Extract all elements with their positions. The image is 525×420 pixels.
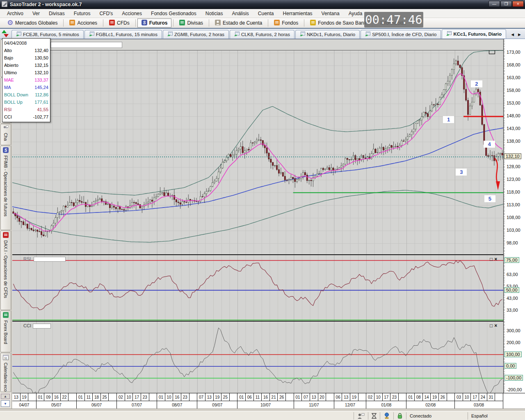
axis-corner bbox=[503, 393, 525, 409]
price-axis[interactable]: 173,00168,00163,00158,00153,00148,00143,… bbox=[503, 39, 525, 393]
sidebar-tab-daxi[interactable]: DAX.I - Operaciones de CFDs bbox=[0, 231, 11, 310]
day-cell-empty bbox=[28, 393, 36, 401]
sidebar-tab-forex[interactable]: Forex Board bbox=[0, 310, 11, 352]
day-cell: 10 bbox=[165, 393, 173, 401]
tab-clk8[interactable]: CLK8, Futuros, 2 horas bbox=[230, 30, 294, 39]
tab-scroll-left-icon[interactable]: ◄ bbox=[510, 32, 515, 37]
tooltip-row-label: RSI bbox=[4, 107, 11, 112]
tooltip-row-label: Alto bbox=[4, 48, 12, 53]
month-cell: 09/07 bbox=[197, 401, 237, 409]
annotation-4[interactable]: 4 bbox=[484, 141, 495, 148]
rsi-close-icon[interactable]: × bbox=[494, 257, 497, 262]
menu-cuenta[interactable]: Cuenta bbox=[253, 10, 278, 17]
tab-label: SP500.I, Índice de CFD, Diario bbox=[372, 32, 436, 37]
menu-divisas[interactable]: Divisas bbox=[44, 10, 69, 17]
cci-axis-label: 200,00 bbox=[507, 340, 520, 345]
toolbar-button-acciones[interactable]: Acciones bbox=[65, 18, 101, 27]
month-cell: 10/07 bbox=[237, 401, 294, 409]
price-axis-label: 118,00 bbox=[507, 189, 520, 194]
price-axis-label: 163,00 bbox=[507, 75, 520, 80]
day-cell: 10 bbox=[463, 393, 471, 401]
menu-herramientas[interactable]: Herramientas bbox=[278, 10, 317, 17]
month-cell: 11/07 bbox=[294, 401, 334, 409]
hourglass-icon[interactable] bbox=[368, 412, 380, 420]
tab-fcej8[interactable]: FCEJ8, Futuros, 5 minutos bbox=[11, 30, 84, 39]
annotation-5[interactable]: 5 bbox=[484, 195, 495, 202]
cci-input[interactable] bbox=[33, 324, 51, 329]
menu-acciones[interactable]: Acciones bbox=[117, 10, 146, 17]
network-icon[interactable] bbox=[380, 412, 393, 420]
rsi-chart[interactable] bbox=[12, 255, 503, 321]
user-status-icon[interactable] bbox=[354, 412, 368, 420]
chart-tab-icon bbox=[89, 32, 94, 37]
tab-label: KCc1, Futuros, Diario bbox=[453, 32, 502, 37]
tab-zgm8[interactable]: ZGM8, Futuros, 2 horas bbox=[163, 30, 229, 39]
day-cell: 03 bbox=[455, 393, 463, 401]
chart-toolbar: ▼ S KCc1 ▼ bbox=[12, 39, 525, 50]
cci-chart[interactable] bbox=[12, 322, 503, 393]
menu-an-lisis[interactable]: Análisis bbox=[227, 10, 253, 17]
rsi-maximize-icon[interactable]: □ bbox=[490, 257, 493, 262]
toolbar-button-label: Fondos bbox=[282, 20, 298, 26]
menu-archivo[interactable]: Archivo bbox=[2, 10, 28, 17]
sidebar-dropdown-button[interactable]: ▼ bbox=[1, 400, 10, 407]
chart-tab-icon bbox=[167, 32, 173, 37]
price-chart[interactable]: 12345 bbox=[12, 50, 503, 254]
tooltip-row: Bajo130,50 bbox=[4, 54, 48, 62]
day-cell: 26 bbox=[439, 393, 447, 401]
menu-noticias[interactable]: Noticias bbox=[201, 10, 228, 17]
restore-button[interactable]: ❐ bbox=[500, 1, 512, 7]
sidebar-scroll-up-button[interactable]: ▲ bbox=[1, 394, 10, 399]
tab-sp500i[interactable]: SP500.I, Índice de CFD, Diario bbox=[361, 30, 441, 39]
cci-close-icon[interactable]: × bbox=[494, 323, 497, 328]
lock-icon[interactable] bbox=[393, 412, 406, 420]
toolbar-button-fondos[interactable]: Fondos bbox=[270, 18, 302, 27]
symbol-search-input[interactable] bbox=[50, 42, 122, 48]
annotation-2[interactable]: 2 bbox=[471, 80, 482, 87]
annotation-1[interactable]: 1 bbox=[443, 116, 454, 123]
sidebar-tab-cha[interactable]: Cha bbox=[0, 124, 11, 145]
tooltip-row-label: CCI bbox=[4, 114, 12, 119]
close-button[interactable]: × bbox=[512, 1, 524, 7]
toolbar-button-mercados-globales[interactable]: Mercados Globales bbox=[3, 18, 62, 27]
rsi-input[interactable] bbox=[34, 257, 66, 262]
rsi-panel-controls: □× bbox=[490, 257, 497, 262]
menu-cfd-s[interactable]: CFD's bbox=[95, 10, 117, 17]
person-icon bbox=[215, 20, 221, 27]
price-axis-label: 153,00 bbox=[507, 100, 520, 105]
tab-label: FGBLc1, Futuros, 15 minutos bbox=[96, 32, 158, 37]
menu-ventana[interactable]: Ventana bbox=[317, 10, 344, 17]
sidebar-tab-label: DAX.I - Operaciones de CFDs bbox=[3, 240, 8, 298]
cci-axis-label: 300,00 bbox=[507, 328, 520, 333]
sbadge-icon: S bbox=[3, 147, 9, 154]
sidebar-tab-label: Forex Board bbox=[3, 320, 8, 344]
rsi-level-label: 50,00 bbox=[504, 287, 519, 293]
sidebar-tab-label: Cha bbox=[3, 133, 8, 141]
sidebar-tab-ffim8[interactable]: SFFIM8 - Operaciones de futuros bbox=[0, 146, 11, 230]
tooltip-row-label: Bajo bbox=[4, 55, 13, 60]
time-axis[interactable]: 1319010916220111182502101723011016230713… bbox=[12, 393, 503, 409]
sidebar-tab-calendario[interactable]: 31Calendario econó bbox=[0, 353, 11, 392]
menu-ayuda[interactable]: Ayuda bbox=[344, 10, 367, 17]
menu-futuros[interactable]: Futuros bbox=[69, 10, 95, 17]
toolbar-button-futuros[interactable]: SFuturos bbox=[137, 18, 172, 27]
doc-icon bbox=[109, 20, 115, 27]
day-cell: 19 bbox=[431, 393, 439, 401]
cci-maximize-icon[interactable]: □ bbox=[490, 323, 493, 328]
day-cell: 24 bbox=[479, 393, 487, 401]
toolbar-button-divisas[interactable]: Divisas bbox=[175, 18, 207, 27]
toolbar-button-fondos-de-saxo-bank[interactable]: Fondos de Saxo Bank bbox=[306, 18, 370, 27]
tab-kcc1[interactable]: KCc1, Futuros, Diario bbox=[442, 29, 506, 39]
toolbar-button-estado-de-cuenta[interactable]: Estado de Cuenta bbox=[211, 18, 266, 27]
menu-fondos-gestionados[interactable]: Fondos Gestionados bbox=[146, 10, 201, 17]
minimize-button[interactable]: — bbox=[488, 1, 500, 7]
tab-fgblc1[interactable]: FGBLc1, Futuros, 15 minutos bbox=[84, 30, 162, 39]
tab-nkdc1[interactable]: NKDc1, Futuros, Diario bbox=[295, 30, 360, 39]
annotation-3[interactable]: 3 bbox=[456, 169, 467, 176]
toolbar-button-cfds[interactable]: CFDs bbox=[105, 18, 134, 27]
menu-ver[interactable]: Ver bbox=[28, 10, 44, 17]
price-axis-label: 168,00 bbox=[507, 62, 520, 67]
price-axis-label: 128,00 bbox=[507, 164, 520, 169]
day-cell: 19 bbox=[214, 393, 222, 401]
tab-scroll-right-icon[interactable]: ► bbox=[517, 32, 522, 37]
